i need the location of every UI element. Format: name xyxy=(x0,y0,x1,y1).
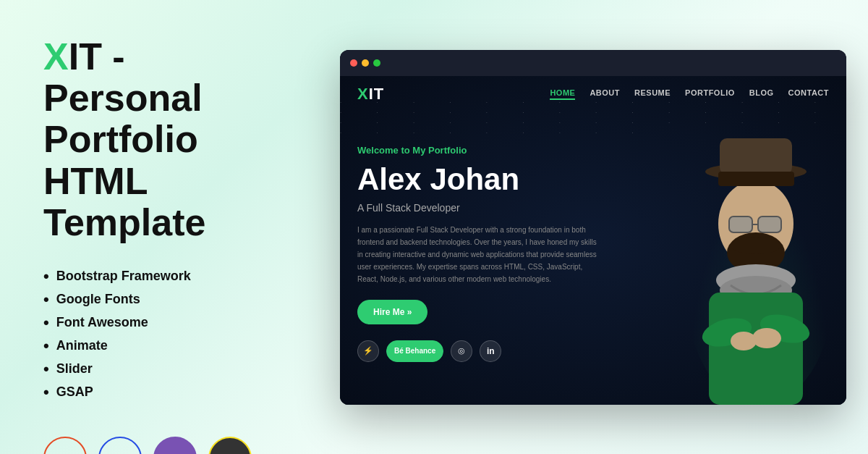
feature-animate: Animate xyxy=(43,338,297,354)
svg-rect-8 xyxy=(729,217,752,232)
left-panel: XIT - Personal Portfolio HTML Template B… xyxy=(0,0,333,454)
browser-content: XIT HOME ABOUT RESUME PORTFOLIO BLOG CON… xyxy=(340,76,846,405)
person-svg xyxy=(651,130,846,405)
browser-dot-green xyxy=(373,59,380,67)
nav-home[interactable]: HOME xyxy=(550,88,575,100)
hero-description: I am a passionate Full Stack Developer w… xyxy=(357,224,603,285)
browser-dot-yellow xyxy=(362,59,369,67)
social-icon-linkedin[interactable]: in xyxy=(480,340,501,362)
features-list: Bootstrap Framework Google Fonts Font Aw… xyxy=(43,269,297,408)
hero-person-image xyxy=(644,130,846,405)
title-x: X xyxy=(43,35,69,77)
css-icon: 3 xyxy=(98,437,142,454)
feature-gsap: GSAP xyxy=(43,384,297,400)
logo-x: X xyxy=(357,85,369,103)
svg-point-19 xyxy=(752,328,781,348)
logo-rest: IT xyxy=(369,85,385,103)
social-icon-instagram[interactable]: ◎ xyxy=(451,340,472,362)
welcome-text: Welcome to My Portfolio xyxy=(357,145,626,156)
social-icon-behance[interactable]: Bé Behance xyxy=(386,340,443,362)
svg-point-13 xyxy=(731,237,781,254)
hire-me-button[interactable]: Hire Me » xyxy=(357,300,427,324)
title-rest: IT - Personal Portfolio HTML Template xyxy=(43,35,213,243)
right-panel: XIT HOME ABOUT RESUME PORTFOLIO BLOG CON… xyxy=(333,0,868,454)
hero-name: Alex Johan xyxy=(357,163,626,196)
feature-slider: Slider xyxy=(43,361,297,377)
svg-text:B: B xyxy=(168,451,178,454)
nav-resume[interactable]: RESUME xyxy=(634,88,671,100)
nav-blog[interactable]: BLOG xyxy=(749,88,774,100)
feature-font-awesome: Font Awesome xyxy=(43,315,297,331)
site-logo: XIT xyxy=(357,85,384,104)
browser-dot-red xyxy=(350,59,357,67)
svg-rect-5 xyxy=(720,138,792,175)
bootstrap-icon: B xyxy=(153,437,197,454)
tech-icons-row: 5 3 B JS xyxy=(43,437,297,454)
svg-point-20 xyxy=(731,332,757,350)
site-navbar: XIT HOME ABOUT RESUME PORTFOLIO BLOG CON… xyxy=(340,76,846,112)
hero-subtitle: A Full Stack Developer xyxy=(357,202,626,214)
feature-google-fonts: Google Fonts xyxy=(43,292,297,308)
hero-text: Welcome to My Portfolio Alex Johan A Ful… xyxy=(357,116,626,405)
browser-mockup: XIT HOME ABOUT RESUME PORTFOLIO BLOG CON… xyxy=(340,50,846,405)
site-nav: HOME ABOUT RESUME PORTFOLIO BLOG CONTACT xyxy=(550,88,829,100)
social-icons-row: ⚡ Bé Behance ◎ in xyxy=(357,340,626,362)
svg-rect-7 xyxy=(718,172,794,186)
feature-bootstrap: Bootstrap Framework xyxy=(43,269,297,285)
hero-section: Welcome to My Portfolio Alex Johan A Ful… xyxy=(357,116,846,405)
html-icon: 5 xyxy=(43,437,87,454)
js-icon: JS xyxy=(208,437,252,454)
main-title: XIT - Personal Portfolio HTML Template xyxy=(43,36,297,243)
svg-rect-16 xyxy=(709,293,803,405)
nav-about[interactable]: ABOUT xyxy=(590,88,620,100)
social-icon-generic[interactable]: ⚡ xyxy=(357,340,379,362)
nav-portfolio[interactable]: PORTFOLIO xyxy=(685,88,735,100)
svg-rect-9 xyxy=(758,217,781,232)
nav-contact[interactable]: CONTACT xyxy=(788,88,829,100)
browser-bar xyxy=(340,50,846,76)
